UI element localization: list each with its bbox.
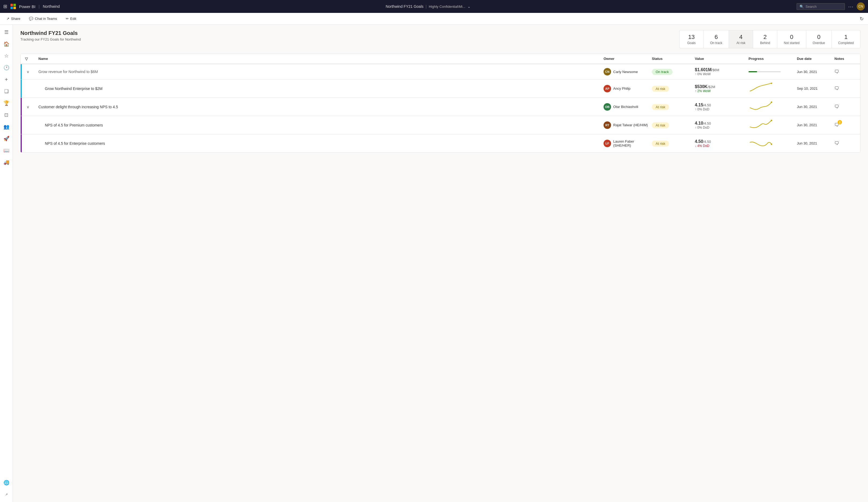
- notes-container[interactable]: 🗨: [835, 141, 856, 146]
- sidebar-item-recent[interactable]: 🕐: [1, 62, 12, 73]
- spark-chart: [748, 83, 775, 93]
- more-options-icon[interactable]: ···: [848, 3, 854, 10]
- expand-icon[interactable]: ∨: [27, 70, 29, 74]
- value-cell: 4.50/4.50 ↓ 4% DoD: [695, 139, 748, 148]
- app-grid-icon[interactable]: ⊞: [3, 3, 7, 9]
- stat-label: Completed: [838, 41, 854, 45]
- sidebar-item-expand[interactable]: ↗: [1, 489, 12, 500]
- sidebar-item-create[interactable]: +: [1, 74, 12, 85]
- col-filter[interactable]: ▽: [25, 57, 38, 61]
- status-cell: On track: [652, 70, 695, 74]
- stat-card-completed[interactable]: 1 Completed: [832, 30, 860, 48]
- goal-name: Grow Northwind Enterprise to $2M: [45, 86, 103, 91]
- notes-cell[interactable]: 🗨: [835, 104, 839, 110]
- status-cell: At risk: [652, 105, 695, 109]
- due-date-cell: Jun 30, 2021: [797, 70, 835, 74]
- stats-row: 13 Goals 6 On track 4 At risk 2 Behind 0…: [679, 30, 860, 48]
- value-target: /4.50: [703, 140, 711, 144]
- col-notes: Notes: [835, 57, 856, 61]
- spark-chart: [748, 137, 775, 148]
- value-target: /$2M: [707, 85, 715, 89]
- expand-icon[interactable]: ∨: [27, 105, 29, 109]
- notes-cell[interactable]: 🗨: [835, 69, 839, 75]
- brand-label: Power BI: [19, 4, 35, 9]
- owner-cell: OB Otar Bichiashvili: [603, 103, 652, 111]
- sidebar-item-workspaces[interactable]: 🚚: [1, 157, 12, 167]
- stat-card-at-risk[interactable]: 4 At risk: [729, 30, 753, 48]
- search-box[interactable]: 🔍 Search: [797, 3, 845, 10]
- search-icon: 🔍: [799, 4, 804, 9]
- notes-cell[interactable]: 🗨 2: [835, 122, 839, 128]
- expand-cell: ∨: [25, 70, 38, 74]
- avatar[interactable]: CN: [857, 2, 865, 10]
- stat-card-behind[interactable]: 2 Behind: [753, 30, 777, 48]
- sidebar-item-metrics[interactable]: 🏆: [1, 98, 12, 109]
- main-content: Northwind FY21 Goals Tracking our FY21 G…: [13, 25, 868, 502]
- edit-button[interactable]: ✏ Edit: [64, 16, 79, 22]
- status-badge: At risk: [652, 122, 669, 129]
- notes-container[interactable]: 🗨 2: [835, 122, 856, 128]
- sidebar-item-global[interactable]: 🌐: [1, 477, 12, 488]
- name-cell: Customer delight through increasing NPS …: [38, 105, 603, 109]
- value-change: ↑ 0% DoD: [695, 126, 748, 130]
- owner-cell: AP Ancy Philip: [603, 85, 652, 92]
- sidebar-item-apps[interactable]: ⊡: [1, 110, 12, 120]
- owner-avatar: LF: [603, 140, 611, 147]
- notes-container[interactable]: 🗨: [835, 69, 856, 75]
- svg-point-1: [771, 102, 772, 103]
- notes-badge: 2: [838, 120, 842, 124]
- stat-card-on-track[interactable]: 6 On track: [704, 30, 729, 48]
- col-name: Name: [38, 57, 603, 61]
- sidebar-item-deployment[interactable]: 🚀: [1, 133, 12, 144]
- row-accent: [21, 64, 22, 79]
- stat-number: 13: [686, 33, 697, 41]
- notes-icon: 🗨: [835, 86, 839, 91]
- chat-icon: 💬: [29, 17, 33, 21]
- refresh-icon[interactable]: ↻: [860, 16, 864, 22]
- value-main: $1.601M: [695, 68, 712, 72]
- expand-cell: ∨: [25, 105, 38, 109]
- notes-icon: 🗨: [835, 69, 839, 74]
- value-container: 4.15/4.50 ↑ 0% DoD: [695, 103, 748, 111]
- chat-teams-button[interactable]: 💬 Chat in Teams: [27, 16, 59, 22]
- owner-name: Lauren Faber (SHE/HER): [613, 140, 652, 147]
- col-status: Status: [652, 57, 695, 61]
- notes-container[interactable]: 🗨: [835, 86, 856, 91]
- stat-card-goals[interactable]: 13 Goals: [680, 30, 704, 48]
- notes-container[interactable]: 🗨: [835, 104, 856, 110]
- title-chevron-icon[interactable]: ⌄: [467, 4, 471, 9]
- report-name[interactable]: Northwind: [43, 4, 60, 9]
- value-target: /4.50: [703, 121, 711, 125]
- stat-card-not-started[interactable]: 0 Not started: [777, 30, 806, 48]
- stat-card-overdue[interactable]: 0 Overdue: [806, 30, 832, 48]
- filter-icon: ▽: [25, 57, 28, 61]
- sidebar-item-favorites[interactable]: ☆: [1, 51, 12, 61]
- sidebar: ☰ 🏠 ☆ 🕐 + ❑ 🏆 ⊡ 👥 🚀 📖 🚚 🌐 ↗: [0, 25, 13, 502]
- due-date-cell: Sep 10, 2021: [797, 86, 835, 91]
- sidebar-item-home[interactable]: 🏠: [1, 39, 12, 49]
- col-progress: Progress: [748, 57, 797, 61]
- owner-name: Otar Bichiashvili: [613, 105, 638, 109]
- value-container: 4.50/4.50 ↓ 4% DoD: [695, 139, 748, 148]
- table-body: ∨ Grow revenue for Northwind to $6M CN C…: [21, 64, 860, 152]
- sidebar-item-menu[interactable]: ☰: [1, 27, 12, 38]
- value-main: $530K: [695, 84, 707, 89]
- col-owner: Owner: [603, 57, 652, 61]
- svg-point-2: [771, 120, 772, 121]
- sidebar-item-learn[interactable]: 📖: [1, 145, 12, 156]
- confidential-label: Highly Confidential\Mi...: [429, 4, 466, 9]
- due-date-cell: Jun 30, 2021: [797, 105, 835, 109]
- notes-cell[interactable]: 🗨: [835, 141, 839, 146]
- name-cell: NPS of 4.5 for Enterprise customers: [38, 141, 603, 146]
- notes-cell[interactable]: 🗨: [835, 86, 839, 91]
- ms-logo: [10, 4, 16, 9]
- sidebar-item-browse[interactable]: ❑: [1, 86, 12, 97]
- edit-label: Edit: [70, 17, 76, 21]
- sidebar-item-people[interactable]: 👥: [1, 121, 12, 132]
- table-row: ∨ Grow revenue for Northwind to $6M CN C…: [21, 64, 860, 80]
- value-main: 4.50: [695, 139, 703, 144]
- search-placeholder: Search: [805, 4, 816, 9]
- status-badge: At risk: [652, 86, 669, 92]
- page-header: Northwind FY21 Goals Tracking our FY21 G…: [20, 30, 860, 48]
- share-button[interactable]: ↗ Share: [4, 16, 22, 22]
